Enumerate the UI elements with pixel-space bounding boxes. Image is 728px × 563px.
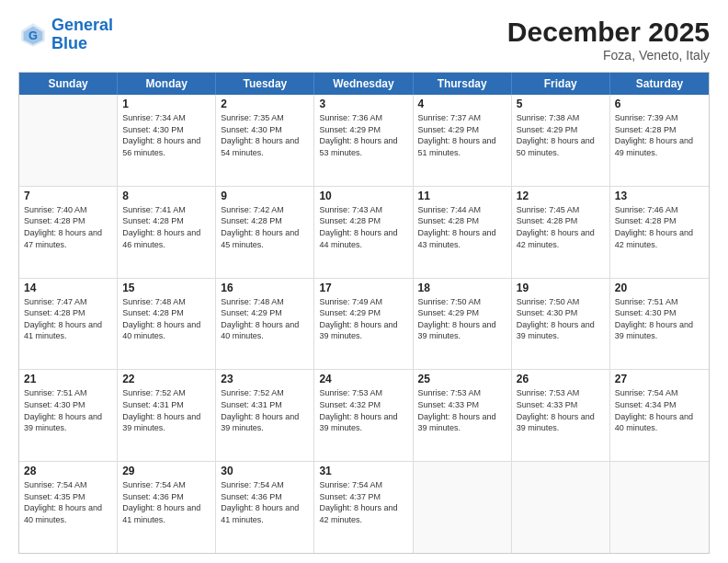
cell-day-number: 15 xyxy=(122,282,210,294)
calendar-cell: 7Sunrise: 7:40 AM Sunset: 4:28 PM Daylig… xyxy=(19,187,118,278)
day-header-saturday: Saturday xyxy=(610,73,709,95)
cell-day-number: 20 xyxy=(615,282,704,294)
day-header-thursday: Thursday xyxy=(414,73,512,95)
calendar-body: 1Sunrise: 7:34 AM Sunset: 4:30 PM Daylig… xyxy=(19,95,709,553)
cell-info: Sunrise: 7:47 AM Sunset: 4:28 PM Dayligh… xyxy=(24,296,112,342)
cell-info: Sunrise: 7:41 AM Sunset: 4:28 PM Dayligh… xyxy=(122,204,210,250)
calendar-cell: 21Sunrise: 7:51 AM Sunset: 4:30 PM Dayli… xyxy=(19,370,118,461)
cell-day-number: 22 xyxy=(122,373,210,385)
cell-info: Sunrise: 7:51 AM Sunset: 4:30 PM Dayligh… xyxy=(24,387,112,433)
calendar-cell: 25Sunrise: 7:53 AM Sunset: 4:33 PM Dayli… xyxy=(414,370,512,461)
title-block: December 2025 Foza, Veneto, Italy xyxy=(507,17,710,63)
calendar-cell: 22Sunrise: 7:52 AM Sunset: 4:31 PM Dayli… xyxy=(118,370,216,461)
calendar-cell: 3Sunrise: 7:36 AM Sunset: 4:29 PM Daylig… xyxy=(314,95,413,186)
cell-day-number: 5 xyxy=(517,98,605,110)
cell-info: Sunrise: 7:45 AM Sunset: 4:28 PM Dayligh… xyxy=(517,204,605,250)
calendar-cell: 29Sunrise: 7:54 AM Sunset: 4:36 PM Dayli… xyxy=(118,462,216,553)
day-header-friday: Friday xyxy=(512,73,610,95)
cell-day-number: 2 xyxy=(221,98,309,110)
calendar-row: 21Sunrise: 7:51 AM Sunset: 4:30 PM Dayli… xyxy=(19,369,709,461)
calendar-cell xyxy=(19,95,118,186)
logo-blue: Blue xyxy=(51,35,113,53)
calendar-row: 7Sunrise: 7:40 AM Sunset: 4:28 PM Daylig… xyxy=(19,186,709,278)
logo-icon: G xyxy=(18,20,48,50)
logo-text: General Blue xyxy=(51,17,113,53)
calendar-cell: 8Sunrise: 7:41 AM Sunset: 4:28 PM Daylig… xyxy=(118,187,216,278)
cell-info: Sunrise: 7:53 AM Sunset: 4:33 PM Dayligh… xyxy=(418,387,506,433)
cell-day-number: 1 xyxy=(122,98,210,110)
calendar-cell: 6Sunrise: 7:39 AM Sunset: 4:28 PM Daylig… xyxy=(610,95,709,186)
calendar-cell: 24Sunrise: 7:53 AM Sunset: 4:32 PM Dayli… xyxy=(314,370,413,461)
cell-info: Sunrise: 7:54 AM Sunset: 4:34 PM Dayligh… xyxy=(615,387,704,433)
calendar-cell: 18Sunrise: 7:50 AM Sunset: 4:29 PM Dayli… xyxy=(414,279,512,370)
cell-info: Sunrise: 7:52 AM Sunset: 4:31 PM Dayligh… xyxy=(221,387,309,433)
calendar-cell: 16Sunrise: 7:48 AM Sunset: 4:29 PM Dayli… xyxy=(216,279,314,370)
cell-info: Sunrise: 7:48 AM Sunset: 4:29 PM Dayligh… xyxy=(221,296,309,342)
cell-info: Sunrise: 7:40 AM Sunset: 4:28 PM Dayligh… xyxy=(24,204,112,250)
calendar-cell: 26Sunrise: 7:53 AM Sunset: 4:33 PM Dayli… xyxy=(512,370,610,461)
cell-info: Sunrise: 7:51 AM Sunset: 4:30 PM Dayligh… xyxy=(615,296,704,342)
svg-text:G: G xyxy=(28,29,38,42)
cell-info: Sunrise: 7:48 AM Sunset: 4:28 PM Dayligh… xyxy=(122,296,210,342)
cell-info: Sunrise: 7:52 AM Sunset: 4:31 PM Dayligh… xyxy=(122,387,210,433)
cell-info: Sunrise: 7:35 AM Sunset: 4:30 PM Dayligh… xyxy=(221,112,309,158)
cell-info: Sunrise: 7:34 AM Sunset: 4:30 PM Dayligh… xyxy=(122,112,210,158)
subtitle: Foza, Veneto, Italy xyxy=(507,48,710,63)
day-header-sunday: Sunday xyxy=(19,73,118,95)
cell-day-number: 8 xyxy=(122,190,210,202)
calendar-cell: 13Sunrise: 7:46 AM Sunset: 4:28 PM Dayli… xyxy=(610,187,709,278)
cell-day-number: 3 xyxy=(319,98,407,110)
cell-day-number: 31 xyxy=(319,465,407,477)
cell-info: Sunrise: 7:53 AM Sunset: 4:33 PM Dayligh… xyxy=(517,387,605,433)
calendar-cell: 1Sunrise: 7:34 AM Sunset: 4:30 PM Daylig… xyxy=(118,95,216,186)
cell-info: Sunrise: 7:50 AM Sunset: 4:30 PM Dayligh… xyxy=(517,296,605,342)
cell-info: Sunrise: 7:46 AM Sunset: 4:28 PM Dayligh… xyxy=(615,204,704,250)
cell-info: Sunrise: 7:54 AM Sunset: 4:35 PM Dayligh… xyxy=(24,479,112,525)
calendar-row: 28Sunrise: 7:54 AM Sunset: 4:35 PM Dayli… xyxy=(19,461,709,553)
calendar-header: SundayMondayTuesdayWednesdayThursdayFrid… xyxy=(19,73,709,95)
page: G General Blue December 2025 Foza, Venet… xyxy=(0,0,728,563)
cell-info: Sunrise: 7:54 AM Sunset: 4:37 PM Dayligh… xyxy=(319,479,407,525)
cell-info: Sunrise: 7:36 AM Sunset: 4:29 PM Dayligh… xyxy=(319,112,407,158)
cell-day-number: 21 xyxy=(24,373,112,385)
calendar-cell: 11Sunrise: 7:44 AM Sunset: 4:28 PM Dayli… xyxy=(414,187,512,278)
logo: G General Blue xyxy=(18,17,113,53)
calendar-cell: 4Sunrise: 7:37 AM Sunset: 4:29 PM Daylig… xyxy=(414,95,512,186)
cell-info: Sunrise: 7:50 AM Sunset: 4:29 PM Dayligh… xyxy=(418,296,506,342)
cell-day-number: 12 xyxy=(517,190,605,202)
calendar-cell xyxy=(414,462,512,553)
cell-day-number: 6 xyxy=(615,98,704,110)
cell-day-number: 4 xyxy=(418,98,506,110)
calendar-cell: 23Sunrise: 7:52 AM Sunset: 4:31 PM Dayli… xyxy=(216,370,314,461)
cell-day-number: 14 xyxy=(24,282,112,294)
cell-day-number: 26 xyxy=(517,373,605,385)
calendar-cell: 2Sunrise: 7:35 AM Sunset: 4:30 PM Daylig… xyxy=(216,95,314,186)
calendar-cell: 31Sunrise: 7:54 AM Sunset: 4:37 PM Dayli… xyxy=(314,462,413,553)
day-header-monday: Monday xyxy=(118,73,216,95)
calendar-cell: 14Sunrise: 7:47 AM Sunset: 4:28 PM Dayli… xyxy=(19,279,118,370)
cell-info: Sunrise: 7:43 AM Sunset: 4:28 PM Dayligh… xyxy=(319,204,407,250)
calendar-cell: 20Sunrise: 7:51 AM Sunset: 4:30 PM Dayli… xyxy=(610,279,709,370)
cell-info: Sunrise: 7:44 AM Sunset: 4:28 PM Dayligh… xyxy=(418,204,506,250)
cell-day-number: 30 xyxy=(221,465,309,477)
calendar-row: 1Sunrise: 7:34 AM Sunset: 4:30 PM Daylig… xyxy=(19,95,709,186)
cell-info: Sunrise: 7:53 AM Sunset: 4:32 PM Dayligh… xyxy=(319,387,407,433)
calendar-row: 14Sunrise: 7:47 AM Sunset: 4:28 PM Dayli… xyxy=(19,278,709,370)
calendar: SundayMondayTuesdayWednesdayThursdayFrid… xyxy=(18,72,710,554)
calendar-cell: 5Sunrise: 7:38 AM Sunset: 4:29 PM Daylig… xyxy=(512,95,610,186)
main-title: December 2025 xyxy=(507,17,710,48)
calendar-cell: 12Sunrise: 7:45 AM Sunset: 4:28 PM Dayli… xyxy=(512,187,610,278)
cell-day-number: 18 xyxy=(418,282,506,294)
calendar-cell: 17Sunrise: 7:49 AM Sunset: 4:29 PM Dayli… xyxy=(314,279,413,370)
cell-day-number: 28 xyxy=(24,465,112,477)
calendar-cell: 10Sunrise: 7:43 AM Sunset: 4:28 PM Dayli… xyxy=(314,187,413,278)
cell-day-number: 27 xyxy=(615,373,704,385)
cell-info: Sunrise: 7:49 AM Sunset: 4:29 PM Dayligh… xyxy=(319,296,407,342)
calendar-cell: 19Sunrise: 7:50 AM Sunset: 4:30 PM Dayli… xyxy=(512,279,610,370)
cell-day-number: 23 xyxy=(221,373,309,385)
cell-day-number: 17 xyxy=(319,282,407,294)
cell-day-number: 29 xyxy=(122,465,210,477)
cell-info: Sunrise: 7:38 AM Sunset: 4:29 PM Dayligh… xyxy=(517,112,605,158)
cell-info: Sunrise: 7:37 AM Sunset: 4:29 PM Dayligh… xyxy=(418,112,506,158)
calendar-cell xyxy=(512,462,610,553)
